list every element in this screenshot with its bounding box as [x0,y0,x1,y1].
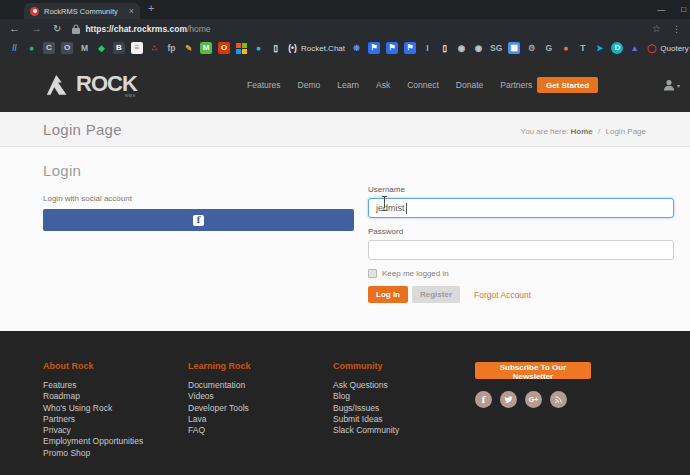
bookmark-item[interactable] [236,43,247,54]
nav-item-donate[interactable]: Donate [456,80,483,90]
rocketchat-favicon-icon [30,7,39,16]
address-bar[interactable]: https://chat.rockrms.com/home [72,24,641,34]
bookmark-item[interactable]: (•)Rocket.Chat [287,42,345,54]
breadcrumb-home-link[interactable]: Home [571,127,593,136]
footer-link[interactable]: Documentation [188,380,333,391]
forward-icon[interactable]: → [31,23,42,34]
footer-link[interactable]: Partners [43,414,188,425]
page-title-bar: Login Page You are here: Home / Login Pa… [0,112,690,147]
footer-link[interactable]: Submit Ideas [333,414,475,425]
footer-link[interactable]: Blog [333,391,475,402]
facebook-icon[interactable]: f [475,391,492,408]
footer-link[interactable]: Employment Opportunities [43,436,188,447]
nav-item-connect[interactable]: Connect [407,80,439,90]
log-in-button[interactable]: Log In [368,286,408,303]
back-icon[interactable]: ← [9,23,20,34]
bookmark-item[interactable]: ◉ [456,42,467,54]
user-menu[interactable]: ▾ [663,79,680,91]
bookmark-favicon-icon: ◉ [473,42,484,54]
bookmark-item[interactable]: ▦ [508,42,520,54]
bookmark-item[interactable]: G [543,42,554,54]
bookmark-favicon-icon: ● [26,42,37,54]
bookmark-item[interactable]: ≡ [131,42,143,54]
footer-link[interactable]: Promo Shop [43,448,188,459]
username-input[interactable]: jedmist [368,198,674,218]
footer-link[interactable]: Roadmap [43,391,188,402]
reload-icon[interactable]: ↻ [53,24,61,34]
footer-social-icons: fG+ [475,391,591,408]
rss-icon[interactable] [550,391,567,408]
footer-link[interactable]: FAQ [188,425,333,436]
footer-link[interactable]: Features [43,380,188,391]
bookmark-item[interactable]: ▲ [629,42,640,54]
bookmark-item[interactable]: ◆ [96,42,107,54]
bookmark-star-icon[interactable]: ☆ [652,23,661,34]
bookmark-item[interactable]: fp [166,42,177,54]
footer-link[interactable]: Videos [188,391,333,402]
footer-column: About RockFeaturesRoadmapWho's Using Roc… [43,361,188,475]
bookmark-item[interactable]: ⚑ [386,42,398,54]
bookmark-item[interactable]: O [218,42,230,54]
bookmark-item[interactable]: M [79,42,90,54]
bookmark-item[interactable]: // [9,42,20,54]
twitter-icon[interactable] [500,391,517,408]
nav-item-ask[interactable]: Ask [376,80,390,90]
keep-logged-in-checkbox[interactable] [368,269,377,278]
footer-link[interactable]: Privacy [43,425,188,436]
get-started-button[interactable]: Get Started [537,77,598,93]
bookmark-item[interactable]: I [422,42,433,54]
footer-heading: Community [333,361,475,371]
facebook-login-button[interactable]: f [43,209,354,231]
bookmark-item[interactable]: ⚑ [404,42,416,54]
bookmark-favicon-icon: O [61,42,73,54]
chevron-down-icon: ▾ [677,82,680,89]
footer-link[interactable]: Bugs/Issues [333,403,475,414]
footer-link[interactable]: Developer Tools [188,403,333,414]
bookmark-item[interactable]: D [611,42,623,54]
browser-menu-icon[interactable]: ⋮ [672,24,681,34]
nav-item-features[interactable]: Features [247,80,281,90]
minimize-button[interactable]: — [657,5,665,14]
password-input[interactable] [368,240,674,260]
bookmark-item[interactable]: SG [490,42,502,54]
bookmark-item[interactable]: ▯ [439,42,450,54]
rock-logo[interactable]: ROCK RMS [44,71,137,97]
bookmark-item[interactable]: ● [253,42,264,54]
bookmark-item[interactable]: ● [560,42,571,54]
bookmark-item[interactable]: ✎ [183,42,194,54]
footer-link[interactable]: Ask Questions [333,380,475,391]
bookmark-item[interactable]: M [200,42,212,54]
tab-close-icon[interactable]: × [129,6,134,16]
nav-item-learn[interactable]: Learn [337,80,359,90]
bookmark-item[interactable]: C [43,42,55,54]
nav-item-demo[interactable]: Demo [298,80,321,90]
bookmark-item[interactable]: ⚑ [368,42,380,54]
new-tab-button[interactable]: + [148,2,154,14]
bookmark-item[interactable]: ⚙ [526,42,537,54]
nav-item-partners[interactable]: Partners [500,80,532,90]
window-controls: — □ [657,0,686,19]
bookmark-item[interactable]: ● [26,42,37,54]
breadcrumb: You are here: Home / Login Page [521,127,646,136]
register-button[interactable]: Register [412,286,460,303]
bookmark-item[interactable]: T [577,42,588,54]
bookmark-favicon-icon: ≡ [131,42,143,54]
maximize-button[interactable]: □ [681,5,686,14]
browser-toolbar: ← → ↻ https://chat.rockrms.com/home ☆ ⋮ [0,19,690,38]
bookmark-item[interactable]: ❋ [351,42,362,54]
bookmark-item[interactable]: O [61,42,73,54]
browser-tab[interactable]: RockRMS Community × [24,3,140,19]
remember-row: Keep me logged in [368,269,674,278]
forgot-account-link[interactable]: Forgot Account [474,290,531,300]
google-plus-icon[interactable]: G+ [525,391,542,408]
bookmark-item[interactable]: ∴ [149,42,160,54]
subscribe-newsletter-button[interactable]: Subscribe To Our Newsletter [475,362,591,379]
footer-link[interactable]: Slack Community [333,425,475,436]
bookmark-item[interactable]: ➤ [594,42,605,54]
bookmark-item[interactable]: ▯ [270,42,281,54]
bookmark-item[interactable]: B [113,42,125,54]
footer-link[interactable]: Who's Using Rock [43,403,188,414]
bookmark-item[interactable]: ◯Quotery [646,42,688,54]
footer-link[interactable]: Lava [188,414,333,425]
bookmark-item[interactable]: ◉ [473,42,484,54]
